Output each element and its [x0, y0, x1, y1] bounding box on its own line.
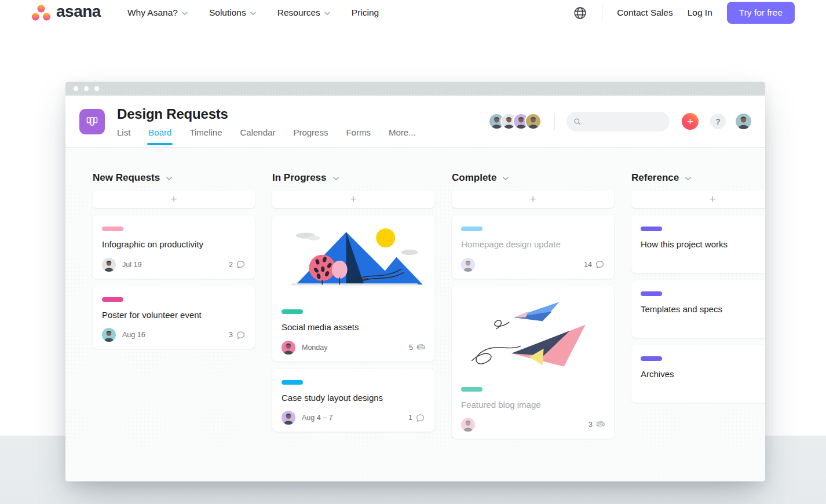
tab-list[interactable]: List: [117, 127, 130, 137]
add-card-button[interactable]: +: [272, 191, 434, 208]
card-tag: [282, 380, 303, 385]
card-due-date: Jul 19: [122, 261, 141, 269]
card-assignee-avatar[interactable]: [282, 411, 295, 425]
chevron-down-icon: [685, 173, 691, 183]
card-tag: [282, 309, 303, 314]
comment-count: 14: [584, 260, 605, 269]
card-assignee-avatar[interactable]: [461, 258, 475, 272]
comment-icon: [595, 260, 605, 269]
card-assignee-avatar[interactable]: [102, 328, 116, 342]
comment-count: 2: [229, 260, 246, 269]
card-tag: [461, 227, 483, 231]
column-header[interactable]: Reference: [631, 172, 765, 184]
kanban-board: New Requests+Infographic on productivity…: [65, 148, 765, 481]
task-card[interactable]: Social media assetsMonday5: [272, 216, 434, 361]
column-title: In Progress: [272, 172, 327, 184]
card-title: Homepage design update: [461, 239, 605, 250]
top-navigation: asana Why Asana?SolutionsResourcesPricin…: [0, 0, 826, 25]
comment-icon: [236, 330, 246, 340]
card-title: Infographic on productivity: [102, 239, 246, 250]
tab-board[interactable]: Board: [148, 127, 171, 137]
globe-icon[interactable]: [573, 6, 587, 20]
tab-timeline[interactable]: Timeline: [189, 127, 222, 137]
window-dot: [74, 86, 78, 91]
task-card[interactable]: Case study layout designsAug 4 – 71: [272, 369, 434, 432]
app-mockup-window: Design Requests ListBoardTimelineCalenda…: [65, 82, 765, 481]
create-task-button[interactable]: +: [682, 113, 699, 130]
comment-count: 1: [408, 413, 425, 423]
column-header[interactable]: New Requests: [93, 172, 255, 184]
paperclip-icon: [416, 343, 425, 352]
tab-calendar[interactable]: Calendar: [240, 127, 276, 137]
card-tag: [102, 227, 123, 231]
card-tag: [641, 291, 662, 296]
tab-more[interactable]: More...: [389, 127, 416, 137]
task-card[interactable]: Homepage design update14: [452, 216, 614, 279]
chevron-down-icon: [182, 8, 188, 18]
count-value: 1: [408, 414, 412, 422]
nav-item-why-asana[interactable]: Why Asana?: [127, 8, 188, 18]
comment-icon: [415, 413, 425, 423]
log-in-link[interactable]: Log In: [688, 8, 712, 18]
nav-item-resources[interactable]: Resources: [277, 8, 330, 18]
count-value: 5: [409, 344, 413, 352]
tab-forms[interactable]: Forms: [346, 127, 371, 137]
search-input[interactable]: [586, 117, 663, 126]
asana-logo-dots-icon: [31, 3, 51, 22]
task-card[interactable]: Featured blog image3: [452, 286, 614, 439]
member-avatar[interactable]: [525, 113, 542, 130]
contact-sales-link[interactable]: Contact Sales: [617, 8, 673, 18]
card-illustration: [459, 292, 607, 379]
project-board-icon[interactable]: [79, 109, 105, 134]
card-due-date: Aug 16: [122, 331, 145, 339]
nav-item-label: Resources: [277, 8, 320, 18]
paper-planes-illustration: [459, 292, 607, 379]
board-column: Complete+Homepage design update14 Featur…: [452, 172, 614, 481]
card-title: Social media assets: [282, 322, 425, 333]
add-card-button[interactable]: +: [631, 191, 765, 208]
try-for-free-button[interactable]: Try for free: [727, 2, 795, 24]
card-tag: [102, 297, 123, 302]
nav-item-label: Solutions: [209, 8, 246, 18]
column-header[interactable]: Complete: [452, 172, 614, 184]
search-box[interactable]: [566, 112, 670, 132]
window-dot: [94, 86, 99, 91]
nav-item-solutions[interactable]: Solutions: [209, 8, 256, 18]
card-footer: 14: [461, 258, 605, 272]
header-divider: [554, 113, 555, 130]
card-assignee-avatar[interactable]: [282, 341, 295, 355]
count-value: 14: [584, 261, 592, 269]
count-value: 3: [589, 421, 593, 429]
chevron-down-icon: [324, 8, 330, 18]
add-card-button[interactable]: +: [93, 191, 255, 208]
current-user-avatar[interactable]: [736, 114, 751, 129]
view-tabs: ListBoardTimelineCalendarProgressFormsMo…: [117, 127, 416, 137]
card-footer: 3: [461, 418, 605, 432]
help-button[interactable]: ?: [710, 114, 726, 129]
card-assignee-avatar[interactable]: [461, 418, 475, 432]
add-card-button[interactable]: +: [452, 191, 614, 208]
card-due-date: Aug 4 – 7: [302, 414, 333, 422]
task-card[interactable]: Infographic on productivityJul 192: [93, 216, 255, 279]
card-footer: Aug 163: [102, 328, 246, 342]
tab-progress[interactable]: Progress: [293, 127, 328, 137]
nav-item-pricing[interactable]: Pricing: [352, 8, 379, 18]
count-value: 3: [229, 331, 233, 339]
chevron-down-icon: [333, 173, 339, 183]
window-titlebar: [65, 82, 765, 96]
card-title: Archives: [641, 368, 765, 380]
card-footer: Jul 192: [102, 258, 246, 272]
task-card[interactable]: How this project works: [631, 216, 765, 273]
task-card[interactable]: Archives: [631, 345, 765, 403]
column-header[interactable]: In Progress: [272, 172, 434, 184]
chevron-down-icon: [503, 173, 509, 183]
task-card[interactable]: Templates and specs: [631, 280, 765, 338]
card-tag: [641, 227, 662, 231]
card-title: Templates and specs: [641, 304, 765, 315]
asana-wordmark: asana: [56, 3, 101, 22]
card-assignee-avatar[interactable]: [102, 258, 116, 272]
attachment-count: 5: [409, 343, 425, 352]
board-column: In Progress+ Social media assetsMonday5C…: [272, 172, 434, 481]
task-card[interactable]: Poster for volunteer eventAug 163: [93, 286, 255, 349]
asana-logo[interactable]: asana: [31, 3, 101, 22]
